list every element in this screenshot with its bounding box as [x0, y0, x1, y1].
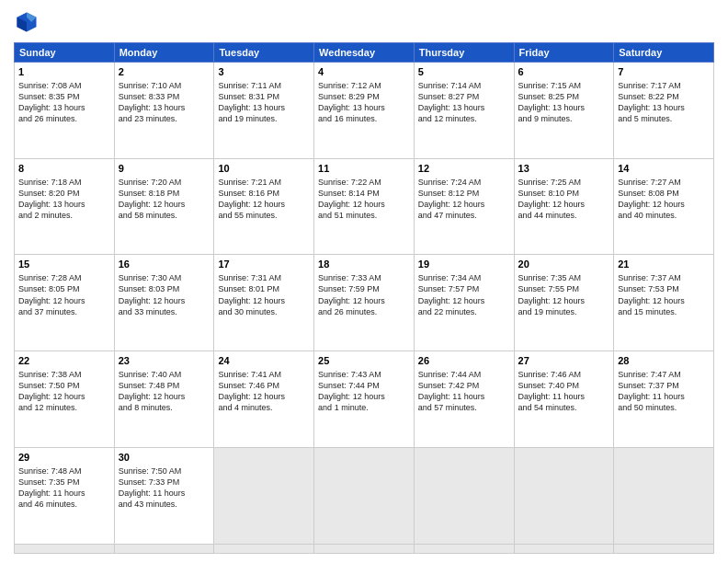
page: SundayMondayTuesdayWednesdayThursdayFrid… [0, 0, 728, 563]
calendar-cell [514, 447, 614, 544]
calendar-cell: 11Sunrise: 7:22 AMSunset: 8:14 PMDayligh… [314, 158, 415, 255]
calendar-cell: 22Sunrise: 7:38 AMSunset: 7:50 PMDayligh… [15, 351, 115, 448]
calendar-cell [414, 544, 514, 553]
day-info: Sunrise: 7:24 AMSunset: 8:12 PMDaylight:… [418, 177, 510, 222]
logo [14, 9, 43, 35]
calendar-cell [114, 544, 214, 553]
calendar-cell: 26Sunrise: 7:44 AMSunset: 7:42 PMDayligh… [414, 351, 514, 448]
weekday-header-friday: Friday [514, 43, 614, 63]
day-number: 27 [518, 354, 610, 368]
day-info: Sunrise: 7:21 AMSunset: 8:16 PMDaylight:… [218, 177, 310, 222]
day-info: Sunrise: 7:25 AMSunset: 8:10 PMDaylight:… [518, 177, 610, 222]
day-info: Sunrise: 7:27 AMSunset: 8:08 PMDaylight:… [618, 177, 710, 222]
day-info: Sunrise: 7:37 AMSunset: 7:53 PMDaylight:… [618, 272, 710, 317]
calendar-cell: 2Sunrise: 7:10 AMSunset: 8:33 PMDaylight… [114, 63, 214, 159]
calendar-cell: 19Sunrise: 7:34 AMSunset: 7:57 PMDayligh… [414, 255, 514, 351]
calendar-cell: 4Sunrise: 7:12 AMSunset: 8:29 PMDaylight… [314, 63, 415, 159]
calendar-cell: 14Sunrise: 7:27 AMSunset: 8:08 PMDayligh… [614, 158, 714, 255]
calendar-cell [414, 447, 514, 544]
day-info: Sunrise: 7:31 AMSunset: 8:01 PMDaylight:… [218, 272, 310, 317]
day-number: 26 [418, 354, 510, 368]
calendar-cell [314, 447, 415, 544]
day-info: Sunrise: 7:43 AMSunset: 7:44 PMDaylight:… [318, 369, 410, 414]
calendar-cell: 1Sunrise: 7:08 AMSunset: 8:35 PMDaylight… [15, 63, 115, 159]
day-info: Sunrise: 7:34 AMSunset: 7:57 PMDaylight:… [418, 272, 510, 317]
calendar-cell [514, 544, 614, 553]
day-number: 29 [18, 451, 110, 465]
day-info: Sunrise: 7:17 AMSunset: 8:22 PMDaylight:… [618, 80, 710, 125]
day-number: 10 [218, 162, 310, 176]
day-number: 23 [119, 354, 210, 368]
calendar-cell: 21Sunrise: 7:37 AMSunset: 7:53 PMDayligh… [614, 255, 714, 351]
calendar-cell [314, 544, 415, 553]
day-number: 14 [618, 162, 710, 176]
day-info: Sunrise: 7:44 AMSunset: 7:42 PMDaylight:… [418, 369, 510, 414]
weekday-header-saturday: Saturday [614, 43, 714, 63]
day-number: 20 [518, 258, 610, 271]
day-number: 9 [119, 162, 210, 176]
calendar-week-row: 29Sunrise: 7:48 AMSunset: 7:35 PMDayligh… [15, 447, 714, 544]
calendar-week-row [15, 544, 714, 553]
calendar-week-row: 8Sunrise: 7:18 AMSunset: 8:20 PMDaylight… [15, 158, 714, 255]
weekday-header-row: SundayMondayTuesdayWednesdayThursdayFrid… [15, 43, 714, 63]
day-info: Sunrise: 7:10 AMSunset: 8:33 PMDaylight:… [119, 80, 210, 125]
calendar-cell: 25Sunrise: 7:43 AMSunset: 7:44 PMDayligh… [314, 351, 415, 448]
day-number: 8 [18, 162, 110, 176]
day-info: Sunrise: 7:12 AMSunset: 8:29 PMDaylight:… [318, 80, 410, 125]
day-number: 17 [218, 258, 310, 271]
day-info: Sunrise: 7:18 AMSunset: 8:20 PMDaylight:… [18, 177, 110, 222]
day-number: 16 [119, 258, 210, 271]
calendar-cell: 13Sunrise: 7:25 AMSunset: 8:10 PMDayligh… [514, 158, 614, 255]
day-info: Sunrise: 7:40 AMSunset: 7:48 PMDaylight:… [119, 369, 210, 414]
calendar-cell: 28Sunrise: 7:47 AMSunset: 7:37 PMDayligh… [614, 351, 714, 448]
logo-icon [14, 9, 40, 35]
calendar-cell: 5Sunrise: 7:14 AMSunset: 8:27 PMDaylight… [414, 63, 514, 159]
calendar-cell: 10Sunrise: 7:21 AMSunset: 8:16 PMDayligh… [214, 158, 314, 255]
day-info: Sunrise: 7:15 AMSunset: 8:25 PMDaylight:… [518, 80, 610, 125]
day-number: 22 [18, 354, 110, 368]
header [14, 9, 714, 35]
day-info: Sunrise: 7:46 AMSunset: 7:40 PMDaylight:… [518, 369, 610, 414]
day-info: Sunrise: 7:30 AMSunset: 8:03 PMDaylight:… [119, 272, 210, 317]
day-number: 1 [18, 65, 110, 79]
calendar-table: SundayMondayTuesdayWednesdayThursdayFrid… [14, 42, 714, 554]
day-info: Sunrise: 7:41 AMSunset: 7:46 PMDaylight:… [218, 369, 310, 414]
day-info: Sunrise: 7:50 AMSunset: 7:33 PMDaylight:… [119, 465, 210, 511]
calendar-cell: 29Sunrise: 7:48 AMSunset: 7:35 PMDayligh… [15, 447, 115, 544]
day-number: 2 [119, 65, 210, 79]
calendar-week-row: 15Sunrise: 7:28 AMSunset: 8:05 PMDayligh… [15, 255, 714, 351]
day-info: Sunrise: 7:38 AMSunset: 7:50 PMDaylight:… [18, 369, 110, 414]
day-info: Sunrise: 7:48 AMSunset: 7:35 PMDaylight:… [18, 465, 110, 511]
calendar-cell [214, 447, 314, 544]
day-info: Sunrise: 7:22 AMSunset: 8:14 PMDaylight:… [318, 177, 410, 222]
day-number: 25 [318, 354, 410, 368]
calendar-cell: 20Sunrise: 7:35 AMSunset: 7:55 PMDayligh… [514, 255, 614, 351]
calendar-cell [614, 447, 714, 544]
weekday-header-wednesday: Wednesday [314, 43, 415, 63]
day-info: Sunrise: 7:33 AMSunset: 7:59 PMDaylight:… [318, 272, 410, 317]
calendar-week-row: 1Sunrise: 7:08 AMSunset: 8:35 PMDaylight… [15, 63, 714, 159]
calendar-cell: 15Sunrise: 7:28 AMSunset: 8:05 PMDayligh… [15, 255, 115, 351]
weekday-header-monday: Monday [114, 43, 214, 63]
day-info: Sunrise: 7:47 AMSunset: 7:37 PMDaylight:… [618, 369, 710, 414]
day-number: 24 [218, 354, 310, 368]
calendar-cell: 27Sunrise: 7:46 AMSunset: 7:40 PMDayligh… [514, 351, 614, 448]
day-number: 5 [418, 65, 510, 79]
weekday-header-thursday: Thursday [414, 43, 514, 63]
day-number: 18 [318, 258, 410, 271]
calendar-cell [614, 544, 714, 553]
calendar-cell: 12Sunrise: 7:24 AMSunset: 8:12 PMDayligh… [414, 158, 514, 255]
day-number: 3 [218, 65, 310, 79]
day-number: 28 [618, 354, 710, 368]
calendar-cell: 18Sunrise: 7:33 AMSunset: 7:59 PMDayligh… [314, 255, 415, 351]
day-info: Sunrise: 7:20 AMSunset: 8:18 PMDaylight:… [119, 177, 210, 222]
day-info: Sunrise: 7:14 AMSunset: 8:27 PMDaylight:… [418, 80, 510, 125]
day-number: 4 [318, 65, 410, 79]
day-number: 21 [618, 258, 710, 271]
day-info: Sunrise: 7:11 AMSunset: 8:31 PMDaylight:… [218, 80, 310, 125]
day-number: 13 [518, 162, 610, 176]
day-number: 6 [518, 65, 610, 79]
day-info: Sunrise: 7:35 AMSunset: 7:55 PMDaylight:… [518, 272, 610, 317]
day-number: 11 [318, 162, 410, 176]
day-info: Sunrise: 7:08 AMSunset: 8:35 PMDaylight:… [18, 80, 110, 125]
